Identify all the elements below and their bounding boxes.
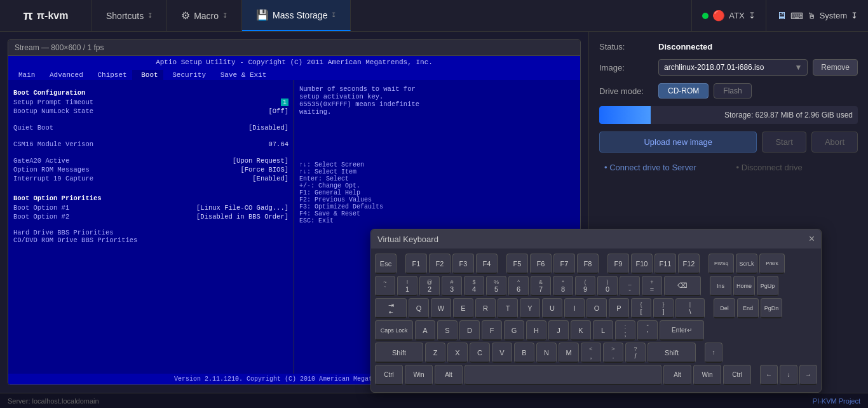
key-f2[interactable]: F2 [429,254,451,274]
image-select-dropdown[interactable]: archlinux-2018.07.01-i686.iso ▼ [658,59,808,76]
key-shift-right[interactable]: Shift [648,343,696,363]
vk-close-button[interactable]: × [809,233,815,245]
key-shift-left[interactable]: Shift [375,343,423,363]
key-y[interactable]: Y [520,298,540,318]
key-l[interactable]: L [593,320,613,341]
key-minus[interactable]: _- [620,276,640,296]
key-arrow-left[interactable]: ← [760,365,778,385]
project-link[interactable]: PI-KVM Project [813,397,860,405]
key-insert[interactable]: Ins [710,276,731,296]
key-0[interactable]: )0 [597,276,618,296]
shortcuts-nav-btn[interactable]: Shortcuts ↧ [92,0,167,31]
key-f6[interactable]: F6 [530,254,552,274]
key-f3[interactable]: F3 [452,254,474,274]
key-f[interactable]: F [482,320,502,341]
key-f11[interactable]: F11 [654,254,676,274]
key-3[interactable]: #3 [442,276,462,296]
key-6[interactable]: ^6 [508,276,529,296]
key-j[interactable]: J [548,320,569,341]
key-8[interactable]: *8 [553,276,573,296]
key-c[interactable]: C [470,343,490,363]
key-esc[interactable]: Esc [375,254,397,274]
system-nav-btn[interactable]: 🖥 ⌨ 🖱 System ↧ [766,0,868,31]
key-f10[interactable]: F10 [631,254,653,274]
key-z[interactable]: Z [425,343,445,363]
key-9[interactable]: (9 [575,276,595,296]
remove-button[interactable]: Remove [813,59,858,76]
key-ctrl-right[interactable]: Ctrl [723,365,751,385]
key-pgup[interactable]: PgUp [757,276,778,296]
caps-lock-key[interactable]: Caps Lock [375,320,413,341]
bios-tab-security[interactable]: Security [163,70,211,80]
key-e[interactable]: E [453,298,473,318]
disconnect-drive-link[interactable]: Disconnect drive [731,160,858,175]
key-semicolon[interactable]: :; [615,320,635,341]
macro-nav-btn[interactable]: ⚙ Macro ↧ [167,0,242,31]
key-enter[interactable]: Enter↵ [660,320,704,341]
key-v[interactable]: V [492,343,512,363]
key-g[interactable]: G [504,320,524,341]
key-arrow-down[interactable]: ↓ [780,365,797,385]
key-a[interactable]: A [415,320,435,341]
key-end[interactable]: End [737,298,759,318]
key-alt-right[interactable]: Alt [663,365,691,385]
key-rbracket[interactable]: }] [653,298,674,318]
key-backtick[interactable]: ~` [375,276,395,296]
key-f9[interactable]: F9 [607,254,629,274]
key-1[interactable]: !1 [397,276,417,296]
key-4[interactable]: $4 [464,276,484,296]
key-f12[interactable]: F12 [678,254,700,274]
key-arrow-up[interactable]: ↑ [705,343,722,363]
key-ctrl-left[interactable]: Ctrl [375,365,403,385]
key-p[interactable]: P [609,298,629,318]
key-h[interactable]: H [526,320,546,341]
key-backslash[interactable]: |\ [675,298,705,318]
key-period[interactable]: >. [603,343,623,363]
flash-mode-button[interactable]: Flash [714,83,751,99]
key-x[interactable]: X [447,343,468,363]
key-s[interactable]: S [437,320,458,341]
bios-tab-advanced[interactable]: Advanced [40,70,88,80]
bios-tab-chipset[interactable]: Chipset [88,70,132,80]
key-t[interactable]: T [498,298,518,318]
key-o[interactable]: O [587,298,607,318]
key-prtsc[interactable]: Prt/Sq [709,254,734,274]
key-slash[interactable]: ?/ [625,343,646,363]
key-r[interactable]: R [475,298,496,318]
key-pgdn[interactable]: PgDn [761,298,782,318]
start-button[interactable]: Start [762,132,806,153]
key-win-right[interactable]: Win [693,365,721,385]
key-k[interactable]: K [571,320,591,341]
key-f1[interactable]: F1 [405,254,427,274]
key-lbracket[interactable]: {[ [631,298,651,318]
atx-nav-btn[interactable]: 🔴 ATX ↧ [691,0,765,31]
abort-button[interactable]: Abort [811,132,858,153]
key-quote[interactable]: "' [637,320,658,341]
key-m[interactable]: M [559,343,579,363]
key-win-left[interactable]: Win [405,365,433,385]
key-f8[interactable]: F8 [577,254,599,274]
key-arrow-right[interactable]: → [799,365,817,385]
upload-button[interactable]: Upload new image [599,132,757,153]
key-space[interactable] [465,365,661,385]
key-alt-left[interactable]: Alt [435,365,463,385]
key-f7[interactable]: F7 [553,254,575,274]
key-delete[interactable]: Del [714,298,735,318]
key-f4[interactable]: F4 [476,254,498,274]
bios-tab-boot[interactable]: Boot [132,70,163,80]
key-tab[interactable]: ⇥⇤ [375,298,407,318]
connect-drive-link[interactable]: Connect drive to Server [599,160,726,175]
key-comma[interactable]: <, [581,343,601,363]
bios-tab-save-exit[interactable]: Save & Exit [211,70,271,80]
cdrom-mode-button[interactable]: CD-ROM [658,83,709,99]
key-backspace[interactable]: ⌫ [664,276,701,296]
bios-tab-main[interactable]: Main [13,70,40,80]
key-w[interactable]: W [431,298,451,318]
key-u[interactable]: U [542,298,562,318]
key-f5[interactable]: F5 [506,254,528,274]
key-equals[interactable]: += [642,276,662,296]
key-b[interactable]: B [514,343,534,363]
mass-storage-nav-btn[interactable]: 💾 Mass Storage ↧ [242,0,351,31]
key-scrlk[interactable]: ScrLk [736,254,757,274]
key-home[interactable]: Home [733,276,755,296]
